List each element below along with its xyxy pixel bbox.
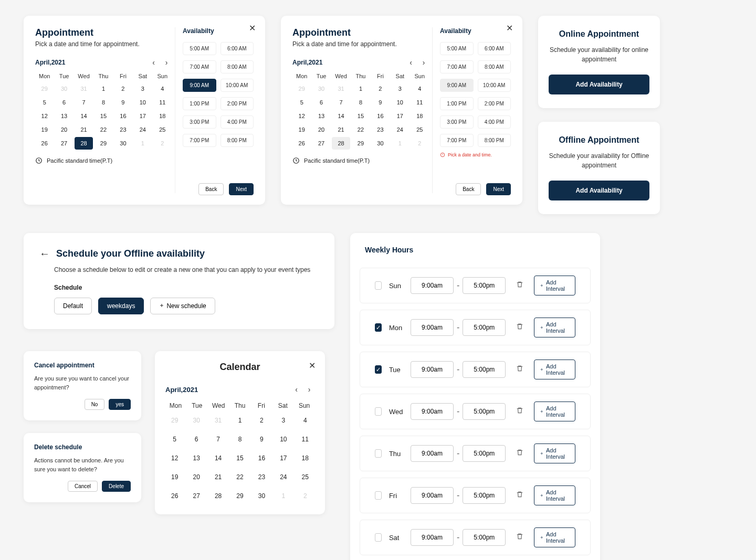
calendar-day[interactable]: 13 <box>312 110 330 122</box>
calendar-day[interactable]: 12 <box>165 450 184 466</box>
add-availability-offline-button[interactable]: Add Availability <box>549 181 649 200</box>
calendar-day[interactable]: 26 <box>292 137 311 150</box>
end-time-input[interactable] <box>463 445 506 462</box>
day-checkbox[interactable]: ✓ <box>375 323 382 332</box>
calendar-day[interactable]: 29 <box>351 137 370 150</box>
add-interval-button[interactable]: Add Interval <box>534 276 575 295</box>
time-slot[interactable]: 10:00 AM <box>220 79 254 92</box>
calendar-day[interactable]: 9 <box>114 96 132 109</box>
calendar-day[interactable]: 30 <box>114 137 132 150</box>
calendar-day[interactable]: 24 <box>274 469 292 485</box>
calendar-day[interactable]: 8 <box>230 431 249 447</box>
calendar-day[interactable]: 4 <box>411 82 429 95</box>
arrow-left-icon[interactable]: ← <box>39 248 50 260</box>
calendar-day[interactable]: 11 <box>411 96 429 109</box>
time-slot[interactable]: 9:00 AM <box>183 79 216 92</box>
calendar-day[interactable]: 23 <box>253 469 271 485</box>
time-slot[interactable]: 3:00 PM <box>183 115 216 129</box>
calendar-day[interactable]: 1 <box>94 82 112 95</box>
time-slot[interactable]: 4:00 PM <box>220 115 254 129</box>
add-interval-button[interactable]: Add Interval <box>534 360 575 379</box>
calendar-day[interactable]: 26 <box>35 137 54 150</box>
calendar-day[interactable]: 24 <box>133 123 152 136</box>
calendar-day[interactable]: 11 <box>153 96 172 109</box>
calendar-day[interactable]: 2 <box>371 82 390 95</box>
chevron-right-icon[interactable]: › <box>418 57 429 68</box>
cancel-yes-button[interactable]: yes <box>109 399 131 410</box>
add-availability-online-button[interactable]: Add Availability <box>549 75 649 94</box>
time-slot[interactable]: 1:00 PM <box>440 97 474 110</box>
calendar-day[interactable]: 18 <box>411 110 429 122</box>
calendar-day[interactable]: 14 <box>75 110 93 122</box>
chevron-left-icon[interactable]: ‹ <box>291 384 302 395</box>
calendar-day[interactable]: 30 <box>253 488 271 504</box>
calendar-day[interactable]: 12 <box>292 110 311 122</box>
time-slot[interactable]: 7:00 PM <box>183 134 216 147</box>
add-interval-button[interactable]: Add Interval <box>534 318 575 337</box>
time-slot[interactable]: 8:00 AM <box>478 60 511 73</box>
schedule-chip-weekdays[interactable]: weekdays <box>98 298 144 314</box>
calendar-day[interactable]: 1 <box>230 413 249 428</box>
schedule-chip-default[interactable]: Default <box>54 298 92 314</box>
trash-icon[interactable] <box>516 491 523 500</box>
calendar-day[interactable]: 16 <box>114 110 132 122</box>
start-time-input[interactable] <box>411 403 454 420</box>
cancel-no-button[interactable]: No <box>85 399 105 410</box>
calendar-day[interactable]: 9 <box>253 431 271 447</box>
time-slot[interactable]: 6:00 AM <box>478 42 511 55</box>
calendar-day[interactable]: 11 <box>296 431 314 447</box>
back-button[interactable]: Back <box>456 183 481 195</box>
calendar-day[interactable]: 19 <box>165 469 184 485</box>
calendar-day[interactable]: 25 <box>296 469 314 485</box>
calendar-day[interactable]: 5 <box>165 431 184 447</box>
calendar-day[interactable]: 6 <box>187 431 205 447</box>
calendar-day[interactable]: 20 <box>312 123 330 136</box>
time-slot[interactable]: 7:00 AM <box>183 60 216 73</box>
end-time-input[interactable] <box>463 361 506 378</box>
calendar-day[interactable]: 28 <box>332 137 350 150</box>
calendar-day[interactable]: 14 <box>209 450 227 466</box>
chevron-left-icon[interactable]: ‹ <box>149 57 159 68</box>
time-slot[interactable]: 8:00 PM <box>220 134 254 147</box>
calendar-day[interactable]: 29 <box>230 488 249 504</box>
time-slot[interactable]: 6:00 AM <box>220 42 254 55</box>
start-time-input[interactable] <box>411 277 454 294</box>
calendar-day[interactable]: 6 <box>312 96 330 109</box>
calendar-day[interactable]: 7 <box>209 431 227 447</box>
end-time-input[interactable] <box>463 403 506 420</box>
calendar-day[interactable]: 20 <box>187 469 205 485</box>
calendar-day[interactable]: 22 <box>230 469 249 485</box>
calendar-day[interactable]: 8 <box>351 96 370 109</box>
time-slot[interactable]: 1:00 PM <box>183 97 216 110</box>
time-slot[interactable]: 2:00 PM <box>220 97 254 110</box>
day-checkbox[interactable] <box>375 281 382 290</box>
chevron-right-icon[interactable]: › <box>304 384 314 395</box>
add-interval-button[interactable]: Add Interval <box>534 401 575 421</box>
calendar-day[interactable]: 21 <box>75 123 93 136</box>
trash-icon[interactable] <box>516 407 523 416</box>
calendar-day[interactable]: 8 <box>94 96 112 109</box>
calendar-day[interactable]: 1 <box>351 82 370 95</box>
calendar-day[interactable]: 4 <box>153 82 172 95</box>
day-checkbox[interactable] <box>375 407 382 416</box>
time-slot[interactable]: 7:00 PM <box>440 134 474 147</box>
add-interval-button[interactable]: Add Interval <box>534 527 575 547</box>
start-time-input[interactable] <box>411 361 454 378</box>
calendar-day[interactable]: 7 <box>75 96 93 109</box>
trash-icon[interactable] <box>516 365 523 374</box>
calendar-day[interactable]: 18 <box>296 450 314 466</box>
start-time-input[interactable] <box>411 487 454 504</box>
start-time-input[interactable] <box>411 529 454 546</box>
calendar-day[interactable]: 6 <box>55 96 73 109</box>
calendar-day[interactable]: 29 <box>94 137 112 150</box>
time-slot[interactable]: 9:00 AM <box>440 79 474 92</box>
back-button[interactable]: Back <box>198 183 224 195</box>
calendar-day[interactable]: 15 <box>230 450 249 466</box>
calendar-day[interactable]: 14 <box>332 110 350 122</box>
time-slot[interactable]: 5:00 AM <box>440 42 474 55</box>
time-slot[interactable]: 5:00 AM <box>183 42 216 55</box>
calendar-day[interactable]: 30 <box>371 137 390 150</box>
calendar-day[interactable]: 5 <box>292 96 311 109</box>
calendar-day[interactable]: 16 <box>371 110 390 122</box>
calendar-day[interactable]: 26 <box>165 488 184 504</box>
